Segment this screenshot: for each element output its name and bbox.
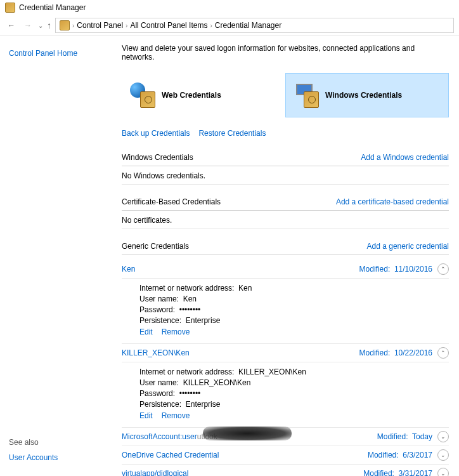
web-credentials-icon xyxy=(130,83,155,108)
credential-row[interactable]: KILLER_XEON\KenModified: 10/22/2016⌃ xyxy=(122,344,449,362)
chevron-right-icon: › xyxy=(126,22,127,29)
add-windows-credential-link[interactable]: Add a Windows credential xyxy=(361,153,449,162)
credential-row[interactable]: virtualapp/didlogicalModified: 3/31/2017… xyxy=(122,465,449,476)
generic-credentials-section: Generic Credentials Add a generic creden… xyxy=(122,242,449,476)
titlebar: Credential Manager xyxy=(0,0,459,15)
credential-detail: Internet or network address: KILLER_XEON… xyxy=(122,362,449,428)
navbar: ← → ⌄ ↑ › Control Panel › All Control Pa… xyxy=(0,15,459,36)
web-credentials-tile[interactable]: Web Credentials xyxy=(122,73,285,117)
breadcrumb-item[interactable]: Credential Manager xyxy=(215,21,281,30)
chevron-up-icon[interactable]: ⌃ xyxy=(437,263,449,275)
section-title: Certificate-Based Credentials xyxy=(122,197,221,206)
tile-label: Web Credentials xyxy=(162,91,221,100)
add-generic-credential-link[interactable]: Add a generic credential xyxy=(367,242,449,251)
credential-address: Internet or network address: Ken xyxy=(139,284,449,293)
credential-row[interactable]: KenModified: 11/10/2016⌃ xyxy=(122,260,449,279)
credential-persistence: Persistence: Enterprise xyxy=(139,316,449,325)
breadcrumb-item[interactable]: Control Panel xyxy=(77,21,123,30)
intro-text: View and delete your saved logon informa… xyxy=(122,44,449,62)
certificate-credentials-section: Certificate-Based Credentials Add a cert… xyxy=(122,197,449,229)
remove-credential-link[interactable]: Remove xyxy=(162,411,190,420)
back-button[interactable]: ← xyxy=(5,19,18,32)
up-button[interactable]: ↑ xyxy=(47,20,51,30)
credential-password: Password: •••••••• xyxy=(139,305,449,314)
credential-name[interactable]: OneDrive Cached Credential xyxy=(122,451,219,459)
modified-label: Modified: 11/10/2016 xyxy=(359,265,432,274)
chevron-up-icon[interactable]: ⌃ xyxy=(437,347,449,359)
windows-credentials-section: Windows Credentials Add a Windows creden… xyxy=(122,153,449,185)
credential-persistence: Persistence: Enterprise xyxy=(139,400,449,409)
credential-password: Password: •••••••• xyxy=(139,389,449,398)
main-content: View and delete your saved logon informa… xyxy=(114,36,459,476)
see-also-heading: See also xyxy=(9,438,58,447)
modified-label: Modified: 10/22/2016 xyxy=(359,348,432,357)
empty-message: No Windows credentials. xyxy=(122,171,449,185)
add-certificate-credential-link[interactable]: Add a certificate-based credential xyxy=(336,197,449,206)
empty-message: No certificates. xyxy=(122,216,449,229)
credential-manager-icon xyxy=(5,3,15,13)
section-title: Windows Credentials xyxy=(122,153,193,162)
credential-name[interactable]: virtualapp/didlogical xyxy=(122,469,188,476)
location-icon xyxy=(60,20,70,30)
tile-label: Windows Credentials xyxy=(325,91,402,100)
credential-row[interactable]: MicrosoftAccount:userutlookModified: Tod… xyxy=(122,428,449,446)
history-dropdown[interactable]: ⌄ xyxy=(38,22,43,29)
credential-username: User name: Ken xyxy=(139,294,449,303)
credential-name[interactable]: Ken xyxy=(122,265,135,274)
chevron-down-icon[interactable]: ⌄ xyxy=(437,468,449,476)
credential-type-tiles: Web Credentials Windows Credentials xyxy=(122,73,449,117)
window-title: Credential Manager xyxy=(19,3,86,12)
breadcrumb[interactable]: › Control Panel › All Control Panel Item… xyxy=(55,18,454,33)
remove-credential-link[interactable]: Remove xyxy=(162,327,190,336)
chevron-right-icon: › xyxy=(210,22,212,29)
windows-credentials-tile[interactable]: Windows Credentials xyxy=(285,73,449,117)
credential-actions: Back up Credentials Restore Credentials xyxy=(122,129,449,138)
credential-address: Internet or network address: KILLER_XEON… xyxy=(139,367,449,376)
chevron-down-icon[interactable]: ⌄ xyxy=(437,431,449,442)
user-accounts-link[interactable]: User Accounts xyxy=(9,453,58,462)
sidebar: Control Panel Home See also User Account… xyxy=(0,36,114,476)
credential-detail: Internet or network address: KenUser nam… xyxy=(122,279,449,344)
edit-credential-link[interactable]: Edit xyxy=(139,327,153,336)
edit-credential-link[interactable]: Edit xyxy=(139,411,153,420)
restore-credentials-link[interactable]: Restore Credentials xyxy=(198,129,266,138)
modified-label: Modified: 3/31/2017 xyxy=(363,469,432,476)
modified-label: Modified: Today xyxy=(377,432,432,441)
breadcrumb-item[interactable]: All Control Panel Items xyxy=(130,21,207,30)
backup-credentials-link[interactable]: Back up Credentials xyxy=(122,129,190,138)
credential-name[interactable]: KILLER_XEON\Ken xyxy=(122,348,190,357)
forward-button[interactable]: → xyxy=(22,19,34,32)
modified-label: Modified: 6/3/2017 xyxy=(368,451,432,459)
section-title: Generic Credentials xyxy=(122,242,189,251)
windows-credentials-icon xyxy=(294,83,319,108)
credential-name[interactable]: MicrosoftAccount:userutlook xyxy=(122,432,217,441)
credential-username: User name: KILLER_XEON\Ken xyxy=(139,378,449,387)
chevron-down-icon[interactable]: ⌄ xyxy=(437,449,449,461)
control-panel-home-link[interactable]: Control Panel Home xyxy=(9,49,105,58)
chevron-right-icon: › xyxy=(72,22,74,29)
credential-row[interactable]: OneDrive Cached CredentialModified: 6/3/… xyxy=(122,446,449,465)
